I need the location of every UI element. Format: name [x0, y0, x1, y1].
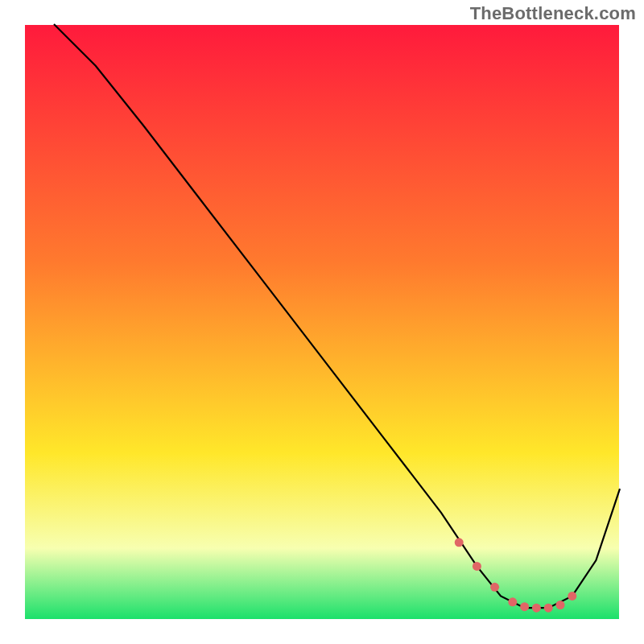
- marker-point: [473, 562, 481, 571]
- marker-point: [568, 592, 576, 601]
- marker-point: [490, 583, 499, 592]
- marker-point: [556, 601, 565, 609]
- marker-point: [532, 604, 541, 613]
- gradient-background: [24, 24, 620, 620]
- marker-point: [520, 602, 529, 611]
- chart-container: { "watermark": "TheBottleneck.com", "col…: [0, 0, 644, 644]
- watermark-text: TheBottleneck.com: [470, 3, 636, 24]
- marker-point: [544, 604, 553, 613]
- marker-point: [455, 538, 464, 547]
- marker-point: [508, 597, 517, 606]
- bottleneck-chart: [0, 0, 644, 644]
